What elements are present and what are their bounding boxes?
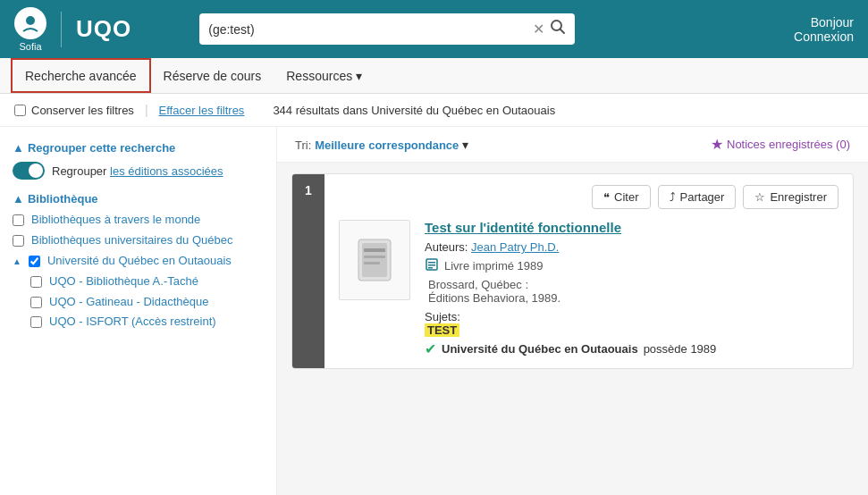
author-link[interactable]: Jean Patry Ph.D.: [471, 240, 559, 254]
sidebar: ▲ Regrouper cette recherche Regrouper le…: [0, 127, 277, 495]
star-icon: ★: [711, 136, 723, 153]
result-details: Test sur l'identité fonctionnelle Auteur…: [425, 220, 839, 357]
sort-value[interactable]: Meilleure correspondance: [315, 138, 459, 152]
result-availability: ✔ Université du Québec en Outaouais poss…: [425, 340, 839, 357]
bib-checkbox-5[interactable]: [30, 316, 42, 328]
regrouper-toggle: Regrouper les éditions associées: [13, 162, 264, 180]
chevron-up-icon-bib: ▲: [13, 192, 24, 206]
sort-label: Tri:: [295, 138, 311, 152]
cite-button[interactable]: ❝ Citer: [592, 185, 650, 209]
sofia-label: Sofia: [19, 41, 41, 52]
bib-checkbox-0[interactable]: [13, 214, 24, 226]
chevron-down-icon-uqo: ▲: [13, 256, 21, 266]
navbar: Recherche avancée Réserve de cours Resso…: [0, 58, 868, 94]
quote-icon: ❝: [603, 190, 610, 204]
share-button[interactable]: ⤴ Partager: [658, 185, 737, 209]
bib-item-1: Bibliothèques universitaires du Québec: [13, 233, 264, 248]
connexion-link[interactable]: Connexion: [794, 29, 854, 44]
bib-checkbox-4[interactable]: [30, 297, 42, 308]
book-thumbnail-icon: [355, 236, 394, 284]
bib-item-4: UQO - Gatineau - Didacthèque: [30, 295, 264, 310]
bibliotheque-title[interactable]: ▲ Bibliothèque: [13, 192, 264, 206]
save-button[interactable]: ☆ Enregistrer: [743, 185, 839, 209]
sofia-icon: [14, 7, 46, 39]
header: Sofia UQO ✕ Bonjour Connexion: [0, 0, 868, 58]
svg-rect-10: [428, 264, 435, 266]
chevron-down-icon: ▾: [356, 69, 362, 83]
svg-rect-5: [364, 248, 385, 252]
header-right: Bonjour Connexion: [794, 15, 854, 44]
result-body: ❝ Citer ⤴ Partager ☆ Enregistrer: [324, 174, 853, 368]
main-layout: ▲ Regrouper cette recherche Regrouper le…: [0, 127, 868, 495]
search-button[interactable]: [550, 19, 566, 39]
nav-reserve-cours[interactable]: Réserve de cours: [151, 58, 274, 93]
effacer-filtres-link[interactable]: Effacer les filtres: [159, 104, 245, 117]
saved-notices[interactable]: ★ Notices enregistrées (0): [711, 136, 850, 153]
result-publisher: Brossard, Québec : Éditions Behaviora, 1…: [428, 278, 839, 305]
bib-checkbox-2[interactable]: [29, 256, 40, 267]
results-count: 344 résultats dans Université du Québec …: [273, 104, 555, 117]
svg-rect-6: [364, 256, 385, 258]
result-actions: ❝ Citer ⤴ Partager ☆ Enregistrer: [339, 185, 839, 209]
sidebar-section-bibliotheque: ▲ Bibliothèque Bibliothèques à travers l…: [13, 192, 264, 330]
conserver-filtres-checkbox[interactable]: [14, 105, 26, 116]
star-save-icon: ☆: [754, 190, 765, 204]
svg-rect-4: [362, 243, 387, 277]
clear-icon[interactable]: ✕: [533, 21, 544, 38]
sidebar-sub-items: UQO - Bibliothèque A.-Taché UQO - Gatine…: [30, 274, 264, 331]
svg-rect-7: [364, 262, 380, 264]
check-icon: ✔: [425, 340, 436, 357]
search-input[interactable]: [208, 22, 527, 37]
search-bar: ✕: [199, 13, 575, 45]
result-number: 1: [292, 174, 324, 368]
toggle-label: Regrouper les éditions associées: [52, 164, 223, 178]
content-area: Tri: Meilleure correspondance ▾ ★ Notice…: [277, 127, 868, 495]
svg-rect-11: [428, 267, 433, 269]
uqo-logo[interactable]: UQO: [76, 15, 131, 43]
bib-label-1[interactable]: Bibliothèques universitaires du Québec: [31, 233, 232, 248]
svg-rect-9: [428, 262, 435, 264]
bib-checkbox-3[interactable]: [30, 276, 42, 288]
result-authors: Auteurs: Jean Patry Ph.D.: [425, 240, 839, 254]
nav-recherche-avancee[interactable]: Recherche avancée: [11, 58, 151, 93]
nav-ressources[interactable]: Ressources ▾: [274, 58, 375, 93]
bib-item-0: Bibliothèques à travers le monde: [13, 213, 264, 228]
result-thumbnail: [339, 220, 410, 300]
bib-item-5: UQO - ISFORT (Accès restreint): [30, 315, 264, 330]
bib-checkbox-1[interactable]: [13, 235, 24, 247]
result-content: Test sur l'identité fonctionnelle Auteur…: [339, 220, 839, 357]
bib-label-4[interactable]: UQO - Gatineau - Didacthèque: [49, 295, 208, 310]
sort-control: Tri: Meilleure correspondance ▾: [295, 138, 468, 152]
conserver-filtres-label[interactable]: Conserver les filtres: [14, 104, 134, 117]
share-icon: ⤴: [670, 190, 676, 204]
book-lib-icon: [425, 257, 439, 274]
toggle-knob: [29, 164, 43, 178]
bib-label-5[interactable]: UQO - ISFORT (Accès restreint): [49, 315, 216, 330]
toggle-link[interactable]: les éditions associées: [110, 164, 223, 178]
bib-label-3[interactable]: UQO - Bibliothèque A.-Taché: [49, 274, 198, 289]
result-type: Livre imprimé 1989: [425, 257, 839, 274]
bib-label-2[interactable]: Université du Québec en Outaouais: [47, 254, 232, 269]
sort-bar: Tri: Meilleure correspondance ▾ ★ Notice…: [277, 127, 868, 163]
result-item: 1 ❝ Citer ⤴ Partager ☆ Enregistrer: [291, 173, 854, 369]
filters-bar: Conserver les filtres | Effacer les filt…: [0, 94, 868, 127]
bib-label-0[interactable]: Bibliothèques à travers le monde: [31, 213, 200, 228]
bonjour-label: Bonjour: [811, 15, 854, 29]
svg-line-2: [560, 29, 565, 34]
sofia-logo[interactable]: Sofia: [14, 7, 46, 52]
result-title[interactable]: Test sur l'identité fonctionnelle: [425, 220, 839, 235]
chevron-up-icon: ▲: [13, 141, 24, 155]
bib-item-2: ▲ Université du Québec en Outaouais: [13, 254, 264, 269]
result-subjects: Sujets: TEST: [425, 310, 839, 337]
regrouper-title[interactable]: ▲ Regrouper cette recherche: [13, 141, 264, 155]
header-divider: [61, 12, 62, 47]
toggle-switch[interactable]: [13, 162, 45, 180]
svg-point-0: [26, 16, 35, 25]
chevron-down-sort-icon: ▾: [462, 138, 468, 152]
subject-tag: TEST: [425, 323, 459, 337]
bib-item-3: UQO - Bibliothèque A.-Taché: [30, 274, 264, 289]
sidebar-section-regrouper: ▲ Regrouper cette recherche Regrouper le…: [13, 141, 264, 180]
